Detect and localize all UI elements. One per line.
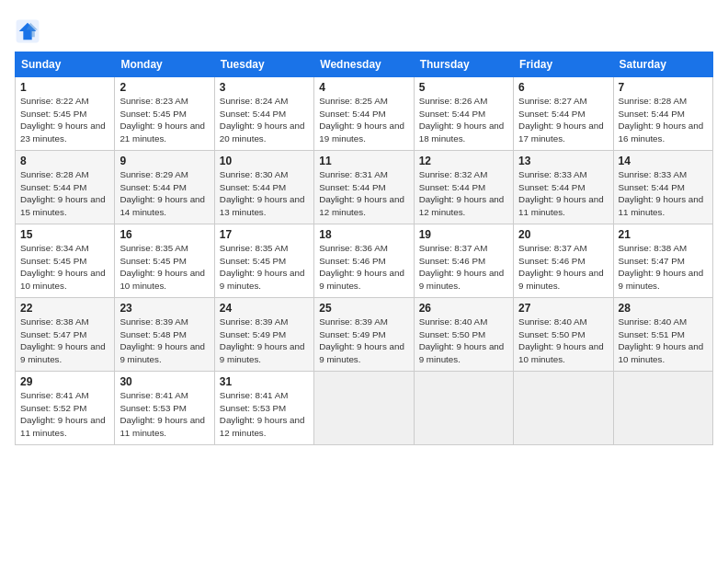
calendar-week-row: 1Sunrise: 8:22 AMSunset: 5:45 PMDaylight… bbox=[16, 77, 713, 151]
calendar-cell: 28Sunrise: 8:40 AMSunset: 5:51 PMDayligh… bbox=[613, 298, 712, 372]
day-detail: Sunrise: 8:40 AMSunset: 5:50 PMDaylight:… bbox=[419, 316, 505, 364]
day-number: 18 bbox=[319, 228, 408, 241]
calendar-cell: 11Sunrise: 8:31 AMSunset: 5:44 PMDayligh… bbox=[314, 151, 414, 224]
day-number: 26 bbox=[419, 302, 508, 315]
day-number: 20 bbox=[518, 228, 608, 241]
day-detail: Sunrise: 8:40 AMSunset: 5:50 PMDaylight:… bbox=[518, 316, 604, 364]
weekday-header-friday: Friday bbox=[514, 52, 613, 77]
day-number: 8 bbox=[20, 155, 109, 167]
day-number: 14 bbox=[619, 155, 708, 167]
day-number: 9 bbox=[119, 155, 209, 167]
calendar-cell: 12Sunrise: 8:32 AMSunset: 5:44 PMDayligh… bbox=[414, 151, 513, 224]
day-detail: Sunrise: 8:26 AMSunset: 5:44 PMDaylight:… bbox=[419, 96, 505, 144]
calendar-cell: 5Sunrise: 8:26 AMSunset: 5:44 PMDaylight… bbox=[414, 77, 513, 151]
day-number: 3 bbox=[220, 81, 309, 94]
calendar-cell: 8Sunrise: 8:28 AMSunset: 5:44 PMDaylight… bbox=[16, 151, 115, 224]
calendar-cell: 29Sunrise: 8:41 AMSunset: 5:52 PMDayligh… bbox=[16, 372, 115, 445]
day-detail: Sunrise: 8:38 AMSunset: 5:47 PMDaylight:… bbox=[20, 316, 106, 364]
calendar-cell bbox=[314, 372, 414, 445]
calendar-cell: 26Sunrise: 8:40 AMSunset: 5:50 PMDayligh… bbox=[414, 298, 513, 372]
day-detail: Sunrise: 8:35 AMSunset: 5:45 PMDaylight:… bbox=[119, 243, 205, 291]
day-detail: Sunrise: 8:41 AMSunset: 5:53 PMDaylight:… bbox=[119, 390, 205, 438]
calendar-cell: 27Sunrise: 8:40 AMSunset: 5:50 PMDayligh… bbox=[514, 298, 613, 372]
day-detail: Sunrise: 8:22 AMSunset: 5:45 PMDaylight:… bbox=[20, 96, 106, 144]
calendar-cell: 20Sunrise: 8:37 AMSunset: 5:46 PMDayligh… bbox=[514, 224, 613, 298]
day-detail: Sunrise: 8:39 AMSunset: 5:49 PMDaylight:… bbox=[220, 316, 305, 364]
day-number: 29 bbox=[20, 375, 109, 388]
calendar-cell: 21Sunrise: 8:38 AMSunset: 5:47 PMDayligh… bbox=[613, 224, 712, 298]
calendar-cell: 9Sunrise: 8:29 AMSunset: 5:44 PMDaylight… bbox=[115, 151, 214, 224]
day-detail: Sunrise: 8:27 AMSunset: 5:44 PMDaylight:… bbox=[518, 96, 604, 144]
calendar-cell: 6Sunrise: 8:27 AMSunset: 5:44 PMDaylight… bbox=[514, 77, 613, 151]
weekday-header-monday: Monday bbox=[115, 52, 214, 77]
calendar-cell: 16Sunrise: 8:35 AMSunset: 5:45 PMDayligh… bbox=[115, 224, 214, 298]
calendar-cell: 1Sunrise: 8:22 AMSunset: 5:45 PMDaylight… bbox=[16, 77, 115, 151]
day-detail: Sunrise: 8:33 AMSunset: 5:44 PMDaylight:… bbox=[518, 169, 604, 217]
calendar-cell bbox=[414, 372, 513, 445]
day-detail: Sunrise: 8:24 AMSunset: 5:44 PMDaylight:… bbox=[220, 96, 305, 144]
calendar-week-row: 22Sunrise: 8:38 AMSunset: 5:47 PMDayligh… bbox=[16, 298, 713, 372]
calendar-cell: 14Sunrise: 8:33 AMSunset: 5:44 PMDayligh… bbox=[613, 151, 712, 224]
calendar-cell: 22Sunrise: 8:38 AMSunset: 5:47 PMDayligh… bbox=[16, 298, 115, 372]
header bbox=[15, 15, 713, 44]
calendar-cell: 17Sunrise: 8:35 AMSunset: 5:45 PMDayligh… bbox=[214, 224, 313, 298]
calendar-cell: 4Sunrise: 8:25 AMSunset: 5:44 PMDaylight… bbox=[314, 77, 414, 151]
day-detail: Sunrise: 8:33 AMSunset: 5:44 PMDaylight:… bbox=[619, 169, 704, 217]
calendar-cell: 15Sunrise: 8:34 AMSunset: 5:45 PMDayligh… bbox=[16, 224, 115, 298]
weekday-header-thursday: Thursday bbox=[414, 52, 513, 77]
day-detail: Sunrise: 8:39 AMSunset: 5:48 PMDaylight:… bbox=[119, 316, 205, 364]
weekday-header-wednesday: Wednesday bbox=[314, 52, 414, 77]
day-detail: Sunrise: 8:23 AMSunset: 5:45 PMDaylight:… bbox=[119, 96, 205, 144]
day-number: 7 bbox=[619, 81, 708, 94]
day-number: 12 bbox=[419, 155, 508, 167]
day-number: 4 bbox=[319, 81, 408, 94]
day-number: 30 bbox=[119, 375, 209, 388]
calendar-cell: 23Sunrise: 8:39 AMSunset: 5:48 PMDayligh… bbox=[115, 298, 214, 372]
day-detail: Sunrise: 8:32 AMSunset: 5:44 PMDaylight:… bbox=[419, 169, 505, 217]
day-detail: Sunrise: 8:37 AMSunset: 5:46 PMDaylight:… bbox=[419, 243, 505, 291]
day-number: 11 bbox=[319, 155, 408, 167]
calendar-cell: 3Sunrise: 8:24 AMSunset: 5:44 PMDaylight… bbox=[214, 77, 313, 151]
day-detail: Sunrise: 8:28 AMSunset: 5:44 PMDaylight:… bbox=[619, 96, 704, 144]
day-detail: Sunrise: 8:39 AMSunset: 5:49 PMDaylight:… bbox=[319, 316, 404, 364]
calendar-table: SundayMondayTuesdayWednesdayThursdayFrid… bbox=[15, 52, 713, 445]
day-detail: Sunrise: 8:36 AMSunset: 5:46 PMDaylight:… bbox=[319, 243, 404, 291]
day-number: 1 bbox=[20, 81, 109, 94]
logo-icon bbox=[15, 18, 40, 44]
day-number: 24 bbox=[220, 302, 309, 315]
day-number: 21 bbox=[619, 228, 708, 241]
day-detail: Sunrise: 8:41 AMSunset: 5:53 PMDaylight:… bbox=[220, 390, 305, 438]
day-number: 31 bbox=[220, 375, 309, 388]
weekday-header-sunday: Sunday bbox=[16, 52, 115, 77]
day-number: 25 bbox=[319, 302, 408, 315]
calendar-cell: 2Sunrise: 8:23 AMSunset: 5:45 PMDaylight… bbox=[115, 77, 214, 151]
page-container: SundayMondayTuesdayWednesdayThursdayFrid… bbox=[0, 0, 728, 453]
day-detail: Sunrise: 8:40 AMSunset: 5:51 PMDaylight:… bbox=[619, 316, 704, 364]
calendar-week-row: 15Sunrise: 8:34 AMSunset: 5:45 PMDayligh… bbox=[16, 224, 713, 298]
day-number: 27 bbox=[518, 302, 608, 315]
day-number: 10 bbox=[220, 155, 309, 167]
day-detail: Sunrise: 8:37 AMSunset: 5:46 PMDaylight:… bbox=[518, 243, 604, 291]
weekday-header-saturday: Saturday bbox=[613, 52, 712, 77]
calendar-cell: 25Sunrise: 8:39 AMSunset: 5:49 PMDayligh… bbox=[314, 298, 414, 372]
calendar-cell: 7Sunrise: 8:28 AMSunset: 5:44 PMDaylight… bbox=[613, 77, 712, 151]
day-number: 19 bbox=[419, 228, 508, 241]
calendar-cell: 10Sunrise: 8:30 AMSunset: 5:44 PMDayligh… bbox=[214, 151, 313, 224]
day-detail: Sunrise: 8:34 AMSunset: 5:45 PMDaylight:… bbox=[20, 243, 106, 291]
day-detail: Sunrise: 8:35 AMSunset: 5:45 PMDaylight:… bbox=[220, 243, 305, 291]
day-detail: Sunrise: 8:25 AMSunset: 5:44 PMDaylight:… bbox=[319, 96, 404, 144]
weekday-header-row: SundayMondayTuesdayWednesdayThursdayFrid… bbox=[16, 52, 713, 77]
day-number: 6 bbox=[518, 81, 608, 94]
day-detail: Sunrise: 8:29 AMSunset: 5:44 PMDaylight:… bbox=[119, 169, 205, 217]
day-number: 15 bbox=[20, 228, 109, 241]
day-number: 13 bbox=[518, 155, 608, 167]
calendar-cell: 13Sunrise: 8:33 AMSunset: 5:44 PMDayligh… bbox=[514, 151, 613, 224]
day-number: 16 bbox=[119, 228, 209, 241]
day-number: 28 bbox=[619, 302, 708, 315]
day-detail: Sunrise: 8:31 AMSunset: 5:44 PMDaylight:… bbox=[319, 169, 404, 217]
calendar-cell: 18Sunrise: 8:36 AMSunset: 5:46 PMDayligh… bbox=[314, 224, 414, 298]
day-detail: Sunrise: 8:28 AMSunset: 5:44 PMDaylight:… bbox=[20, 169, 106, 217]
day-number: 22 bbox=[20, 302, 109, 315]
day-detail: Sunrise: 8:30 AMSunset: 5:44 PMDaylight:… bbox=[220, 169, 305, 217]
weekday-header-tuesday: Tuesday bbox=[214, 52, 313, 77]
